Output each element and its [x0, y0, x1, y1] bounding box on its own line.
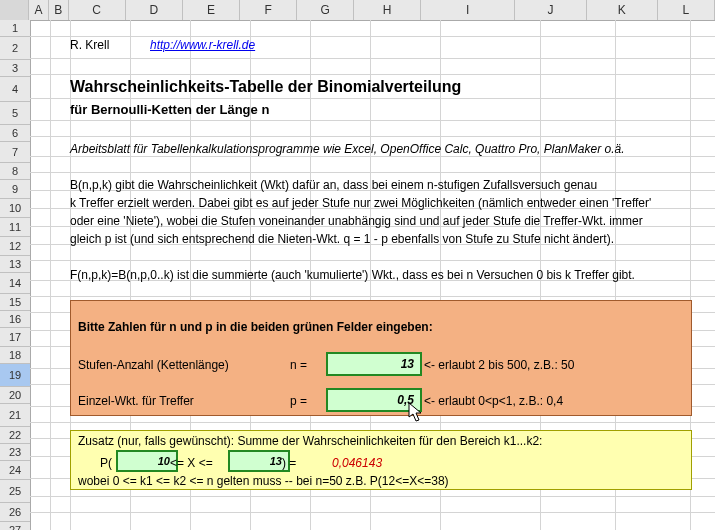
para-line-2: k Treffer erzielt werden. Dabei gibt es …	[70, 196, 651, 210]
col-header-f[interactable]: F	[240, 0, 297, 20]
col-header-e[interactable]: E	[183, 0, 240, 20]
cumulative-desc: F(n,p,k)=B(n,p,0..k) ist die summierte (…	[70, 268, 635, 282]
col-header-l[interactable]: L	[658, 0, 715, 20]
col-header-d[interactable]: D	[126, 0, 183, 20]
result-value: 0,046143	[332, 456, 382, 470]
n-label: Stufen-Anzahl (Kettenlänge)	[78, 358, 229, 372]
row-header-18[interactable]: 18	[0, 347, 30, 364]
range-mid: <= X <=	[170, 456, 213, 470]
row-header-3[interactable]: 3	[0, 60, 30, 77]
row-header-26[interactable]: 26	[0, 503, 30, 522]
k2-input[interactable]: 13	[228, 450, 290, 472]
zusatz-heading: Zusatz (nur, falls gewünscht): Summe der…	[78, 434, 542, 448]
para-line-4: gleich p ist (und sich entsprechend die …	[70, 232, 614, 246]
row-header-24[interactable]: 24	[0, 461, 30, 480]
n-input[interactable]: 13	[326, 352, 422, 376]
para-line-1: B(n,p,k) gibt die Wahrscheinlichkeit (Wk…	[70, 178, 597, 192]
row-header-23[interactable]: 23	[0, 444, 30, 461]
description-line: Arbeitsblatt für Tabellenkalkulationspro…	[70, 142, 624, 156]
p-symbol: p =	[290, 394, 307, 408]
page-subtitle: für Bernoulli-Ketten der Länge n	[70, 102, 269, 117]
row-header-11[interactable]: 11	[0, 218, 30, 237]
col-header-a[interactable]: A	[29, 0, 49, 20]
col-header-j[interactable]: J	[515, 0, 586, 20]
row-header-8[interactable]: 8	[0, 163, 30, 180]
row-header-6[interactable]: 6	[0, 125, 30, 142]
k1-input[interactable]: 10	[116, 450, 178, 472]
n-symbol: n =	[290, 358, 307, 372]
column-headers: ABCDEFGHIJKL	[0, 0, 715, 21]
p-input[interactable]: 0,5	[326, 388, 422, 412]
row-header-12[interactable]: 12	[0, 237, 30, 256]
row-header-16[interactable]: 16	[0, 311, 30, 328]
p-hint: <- erlaubt 0<p<1, z.B.: 0,4	[424, 394, 563, 408]
p-label: Einzel-Wkt. für Treffer	[78, 394, 194, 408]
row-headers: 1234567891011121314151617181920212223242…	[0, 20, 31, 530]
row-header-19[interactable]: 19	[0, 364, 30, 387]
col-header-g[interactable]: G	[297, 0, 354, 20]
row-header-14[interactable]: 14	[0, 273, 30, 294]
n-hint: <- erlaubt 2 bis 500, z.B.: 50	[424, 358, 574, 372]
row-header-7[interactable]: 7	[0, 142, 30, 163]
row-header-20[interactable]: 20	[0, 387, 30, 404]
row-header-4[interactable]: 4	[0, 77, 30, 102]
row-header-9[interactable]: 9	[0, 180, 30, 199]
row-header-2[interactable]: 2	[0, 37, 30, 60]
col-header-h[interactable]: H	[354, 0, 421, 20]
content: R. Krell http://www.r-krell.de Wahrschei…	[30, 20, 715, 530]
close-eq: ) =	[282, 456, 296, 470]
row-header-1[interactable]: 1	[0, 20, 30, 37]
row-header-17[interactable]: 17	[0, 328, 30, 347]
row-header-5[interactable]: 5	[0, 102, 30, 125]
col-header-b[interactable]: B	[49, 0, 69, 20]
grid-area[interactable]: R. Krell http://www.r-krell.de Wahrschei…	[30, 20, 715, 530]
author-name: R. Krell	[70, 38, 109, 52]
p-open: P(	[100, 456, 112, 470]
page-title: Wahrscheinlichkeits-Tabelle der Binomial…	[70, 78, 461, 96]
row-header-10[interactable]: 10	[0, 199, 30, 218]
col-header-c[interactable]: C	[69, 0, 126, 20]
para-line-3: oder eine 'Niete'), wobei die Stufen von…	[70, 214, 643, 228]
row-header-25[interactable]: 25	[0, 480, 30, 503]
row-header-21[interactable]: 21	[0, 404, 30, 427]
row-header-15[interactable]: 15	[0, 294, 30, 311]
row-header-13[interactable]: 13	[0, 256, 30, 273]
wobei-line: wobei 0 <= k1 <= k2 <= n gelten muss -- …	[78, 474, 449, 488]
col-header-k[interactable]: K	[587, 0, 658, 20]
col-header-i[interactable]: I	[421, 0, 516, 20]
row-header-22[interactable]: 22	[0, 427, 30, 444]
website-link[interactable]: http://www.r-krell.de	[150, 38, 255, 52]
input-heading: Bitte Zahlen für n und p in die beiden g…	[78, 320, 433, 334]
spreadsheet: ABCDEFGHIJKL 123456789101112131415161718…	[0, 0, 715, 530]
row-header-27[interactable]: 27	[0, 522, 30, 530]
